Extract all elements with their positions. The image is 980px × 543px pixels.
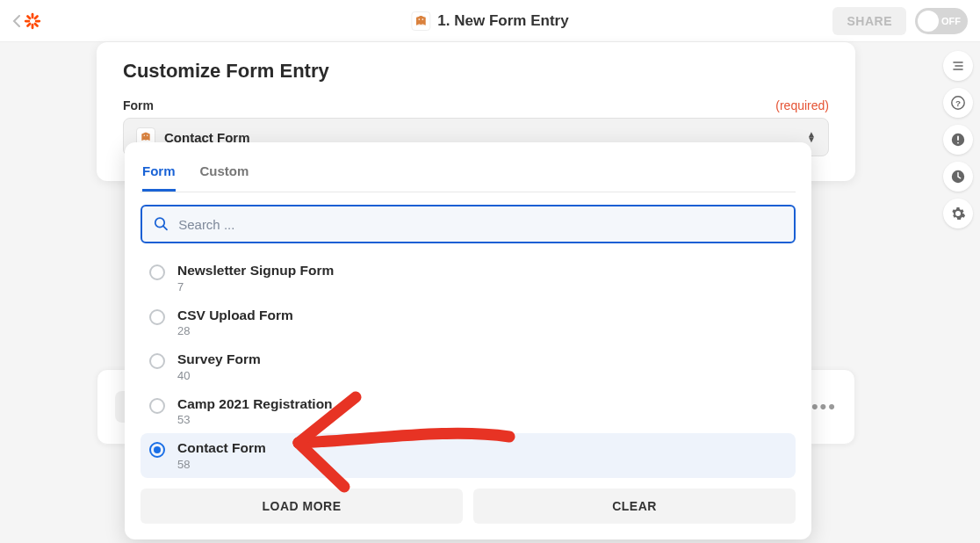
svg-rect-17 [957,142,959,144]
back-button[interactable] [12,11,42,31]
svg-point-8 [419,18,421,20]
search-input-wrap[interactable] [141,205,796,243]
required-label: (required) [775,98,829,112]
option-id: 28 [177,324,293,337]
tab-form[interactable]: Form [142,156,176,192]
outline-icon[interactable] [943,51,973,81]
form-option[interactable]: Survey Form 40 [141,344,796,389]
option-id: 58 [177,458,266,471]
tab-custom[interactable]: Custom [200,156,249,192]
svg-point-9 [422,18,424,20]
svg-point-20 [147,135,148,136]
share-button[interactable]: SHARE [832,7,906,35]
svg-rect-4 [33,14,39,19]
option-label: Newsletter Signup Form [177,263,334,279]
option-label: CSV Upload Form [177,308,293,324]
toggle-knob [918,11,939,32]
panel-heading: Customize Form Entry [123,60,829,83]
svg-line-22 [163,226,167,229]
svg-text:?: ? [955,98,961,108]
dropdown-tabs: Form Custom [141,156,796,192]
svg-rect-2 [25,19,30,22]
step-title-container: 1. New Form Entry [411,11,568,31]
side-toolbar: ? [943,51,973,228]
settings-icon[interactable] [943,199,973,228]
form-dropdown-panel: Form Custom Newsletter Signup Form 7 CSV… [125,142,811,539]
form-option[interactable]: Newsletter Signup Form 7 [141,256,796,300]
field-label-form: Form [123,98,154,112]
radio-icon [149,309,165,325]
chevron-updown-icon: ▲▼ [807,132,816,142]
toggle-label: OFF [941,16,961,26]
option-id: 40 [177,369,261,382]
more-menu-icon[interactable]: ••• [811,395,837,418]
enabled-toggle[interactable]: OFF [915,8,968,34]
radio-icon [149,264,165,280]
option-list: Newsletter Signup Form 7 CSV Upload Form… [141,256,796,478]
load-more-button[interactable]: LOAD MORE [141,489,463,524]
option-id: 53 [177,413,333,426]
svg-rect-7 [33,21,39,26]
svg-rect-3 [35,19,40,22]
form-option[interactable]: CSV Upload Form 28 [141,300,796,345]
form-option[interactable]: Contact Form 58 [141,433,796,478]
form-option[interactable]: Camp 2021 Registration 53 [141,389,796,434]
option-label: Contact Form [177,440,266,457]
radio-icon [149,353,165,369]
radio-icon [149,398,165,414]
top-bar: 1. New Form Entry SHARE OFF [0,0,980,42]
option-label: Camp 2021 Registration [177,396,333,413]
radio-icon [149,442,165,458]
step-title: 1. New Form Entry [437,12,568,30]
search-input[interactable] [178,217,783,232]
search-icon [153,215,169,233]
clear-button[interactable]: CLEAR [473,489,796,524]
option-id: 7 [177,280,334,293]
history-icon[interactable] [943,162,973,192]
zapier-logo-icon [23,11,42,31]
wpforms-icon [411,11,430,31]
svg-point-19 [144,135,145,136]
svg-rect-5 [26,21,32,26]
option-label: Survey Form [177,351,261,368]
alert-icon[interactable] [943,125,973,155]
svg-rect-16 [957,136,959,141]
svg-rect-0 [32,12,34,18]
svg-rect-6 [26,14,32,19]
help-icon[interactable]: ? [943,88,973,118]
svg-rect-1 [32,23,34,28]
